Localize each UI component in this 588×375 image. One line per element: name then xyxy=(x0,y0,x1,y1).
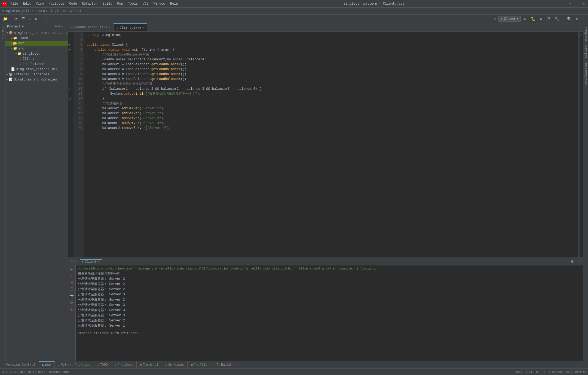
tree-item-src[interactable]: ▼ 📁 src xyxy=(5,46,68,51)
toolbar-project-icon[interactable]: 📁 xyxy=(2,16,9,22)
sidebar-sqleditor-label[interactable]: SdlView xyxy=(584,43,588,60)
tree-item-idea[interactable]: ▶ 📁 .idea xyxy=(5,36,68,41)
coverage-button[interactable]: ▣ xyxy=(538,16,543,22)
menu-run[interactable]: Run xyxy=(115,1,125,6)
project-collapse-icon[interactable]: ⊟ xyxy=(58,24,60,29)
btab-version-control[interactable]: ↑ Version Control xyxy=(0,361,39,368)
menu-view[interactable]: View xyxy=(34,1,46,6)
menu-vcs[interactable]: VCS xyxy=(140,1,151,6)
btab-services[interactable]: ◎ Services xyxy=(162,361,187,368)
tree-item-iml[interactable]: 📄 singleton_pattern.iml xyxy=(5,67,68,72)
btab-terminal[interactable]: ▣ Terminal xyxy=(137,361,162,368)
run-screenshot-button[interactable]: 📷 xyxy=(69,293,75,299)
indent-info[interactable]: 4 spaces xyxy=(549,370,563,374)
toolbar-settings-icon[interactable]: ⚙ xyxy=(33,16,38,22)
file-encoding[interactable]: UTF-8 xyxy=(536,370,545,374)
cursor-position[interactable]: 28:1 xyxy=(515,370,522,374)
breadcrumb-part-2[interactable]: src xyxy=(39,9,45,13)
btab-python-label: Python Packages xyxy=(61,363,90,367)
run-reload-button[interactable]: ⟳ xyxy=(70,300,74,306)
toolbar-layout-icon[interactable]: ☰ xyxy=(20,16,26,22)
run-rerun-button[interactable]: ↑ xyxy=(70,273,73,279)
build-button[interactable]: 🔨 xyxy=(553,16,561,22)
toolbar-sync-icon[interactable]: ⟳ xyxy=(13,16,19,22)
right-sidebar: Database SdlView Notifications xyxy=(583,23,588,361)
run-tab-client-label: Client xyxy=(85,260,97,264)
btab-profiler[interactable]: ▦ Profiler xyxy=(188,361,213,368)
menu-file[interactable]: File xyxy=(8,1,20,6)
tab-more-button[interactable]: ⋮ xyxy=(575,23,583,31)
btab-services-label: Services xyxy=(168,363,184,367)
btab-todo-label: TODO xyxy=(100,363,108,367)
run-process-line: Process finished with exit code 0 xyxy=(78,331,581,336)
btab-run[interactable]: ▶ Run xyxy=(39,361,55,368)
activity-project-label[interactable]: Project xyxy=(1,24,5,41)
toolbar-back-button[interactable]: ◁ xyxy=(492,16,497,22)
tab-client-close[interactable]: ✕ xyxy=(143,26,145,29)
run-tab-client-close[interactable]: ✕ xyxy=(98,260,100,264)
menu-build[interactable]: Build xyxy=(100,1,114,6)
run-output-line-3: 分发请求至服务器： Server 2 xyxy=(78,282,581,287)
run-panel-minimize-icon[interactable]: – xyxy=(577,258,581,265)
project-settings-icon[interactable]: ⚙ xyxy=(61,24,63,29)
main-area: Project Project ▼ ⊞ ⊟ ⚙ – ▼ 📦 singleton_… xyxy=(0,23,588,361)
breadcrumb-part-1[interactable]: singleton_pattern xyxy=(2,9,35,13)
run-stop-button[interactable]: ■ xyxy=(70,280,73,285)
tree-item-root[interactable]: ▼ 📦 singleton_pattern E:\design_pattern\… xyxy=(5,30,68,36)
debug-button[interactable]: 🐛 xyxy=(529,16,537,22)
tree-item-ext-libs[interactable]: ▶ 📚 External Libraries xyxy=(5,72,68,77)
vcs-branch[interactable]: GSDN @行行都 xyxy=(566,370,586,374)
tree-item-loadbalancer[interactable]: ☕ LoadBalancer xyxy=(5,61,68,67)
menu-help[interactable]: Help xyxy=(168,1,180,6)
run-play-button[interactable]: ▶ xyxy=(70,266,73,272)
close-button[interactable]: ✕ xyxy=(581,1,586,6)
line-ending[interactable]: CRLF xyxy=(526,370,533,374)
run-tab-client[interactable]: ▶ Client ✕ xyxy=(80,259,102,264)
menu-window[interactable]: Window xyxy=(151,1,167,6)
tab-loadbalancer-close[interactable]: ✕ xyxy=(109,26,111,29)
toolbar-close-icon[interactable]: – xyxy=(40,16,45,22)
menu-navigate[interactable]: Navigate xyxy=(46,1,66,6)
menu-refactor[interactable]: Refactor xyxy=(80,1,100,6)
vcs-button[interactable]: ↑ xyxy=(581,16,586,22)
run-config-selector[interactable]: ▶ Client ▼ xyxy=(498,16,521,22)
search-everywhere-button[interactable]: 🔍 xyxy=(566,16,573,22)
sidebar-database-label[interactable]: Database xyxy=(584,24,588,43)
tab-loadbalancer[interactable]: ☕ LoadBalancer.java ✕ xyxy=(68,23,114,31)
menu-code[interactable]: Code xyxy=(67,1,79,6)
tree-label-loadbalancer: LoadBalancer xyxy=(23,62,46,66)
python-packages-icon: □ xyxy=(58,363,60,367)
btab-python-packages[interactable]: □ Python Packages xyxy=(55,361,94,368)
code-content[interactable]: package singleton; public class Client {… xyxy=(84,32,578,258)
project-title-area[interactable]: Project ▼ xyxy=(7,25,24,29)
btab-todo[interactable]: ≡ TODO xyxy=(94,361,111,368)
run-output[interactable]: D:\javajdk11.0.17\bin\java.exe "-javaage… xyxy=(76,265,583,361)
toolbar-sep-3 xyxy=(563,16,563,22)
breadcrumb-sep-3: › xyxy=(67,9,69,13)
tab-client[interactable]: ☕ Client.java ✕ xyxy=(114,23,147,31)
project-expand-icon[interactable]: ⊞ xyxy=(55,24,57,29)
profiler-button[interactable]: ⏱ xyxy=(545,16,552,22)
minimize-button[interactable]: – xyxy=(568,1,572,6)
toolbar-collapse-icon[interactable]: ⊟ xyxy=(27,16,32,22)
menu-tools[interactable]: Tools xyxy=(126,1,140,6)
run-options-button[interactable]: ☰ xyxy=(69,286,74,292)
bottom-tab-bar: ↑ Version Control ▶ Run □ Python Package… xyxy=(0,361,588,368)
project-close-icon[interactable]: – xyxy=(64,24,66,29)
tree-item-out[interactable]: ▼ 📂 out xyxy=(5,41,68,46)
tree-item-singleton[interactable]: ▼ 📁 singleton xyxy=(5,51,68,56)
btab-build[interactable]: 🔨 Build xyxy=(213,361,234,368)
sidebar-notifications-label[interactable]: Notifications xyxy=(584,60,588,88)
run-button[interactable]: ▶ xyxy=(522,16,528,23)
btab-problems[interactable]: ⚠ Problems xyxy=(111,361,137,368)
breadcrumb-part-3[interactable]: singleton xyxy=(48,9,66,13)
maximize-button[interactable]: ❐ xyxy=(575,1,579,6)
menu-edit[interactable]: Edit xyxy=(21,1,33,6)
editor-scrollbar[interactable] xyxy=(578,32,580,258)
activity-bar: Project xyxy=(0,23,5,361)
run-panel-settings-icon[interactable]: ⚙ xyxy=(570,258,575,265)
tree-item-client[interactable]: ☕ Client xyxy=(5,56,68,61)
settings-button[interactable]: ⚙ xyxy=(575,16,580,22)
tree-item-scratches[interactable]: ▶ 📝 Scratches and Consoles xyxy=(5,77,68,82)
run-delete-button[interactable]: 🗑 xyxy=(69,307,74,312)
